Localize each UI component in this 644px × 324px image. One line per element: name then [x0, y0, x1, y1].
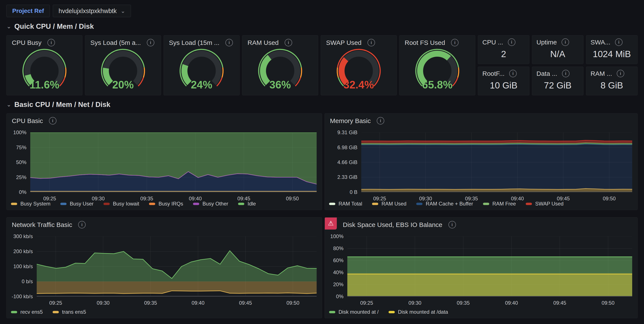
legend-item[interactable]: trans ens5: [52, 309, 86, 315]
gauge-value: 11.6%: [30, 79, 59, 91]
panel-title[interactable]: Uptime: [536, 39, 557, 46]
info-icon[interactable]: i: [508, 38, 516, 46]
info-icon[interactable]: i: [48, 39, 55, 46]
legend-label: Idle: [248, 201, 256, 207]
gauge-panel: CPU Busyi11.6%: [6, 35, 82, 95]
info-icon[interactable]: i: [377, 117, 384, 124]
panel-title[interactable]: CPU Basic: [12, 117, 43, 124]
y-axis-tick-label: 2.33 GiB: [325, 174, 358, 180]
legend-label: RAM Cache + Buffer: [426, 201, 473, 207]
chevron-down-icon: ⌄: [121, 9, 125, 13]
panel-title[interactable]: Root FS Used: [405, 39, 445, 46]
legend-item[interactable]: Busy User: [60, 201, 94, 207]
section-quick-cpu-mem-disk[interactable]: ⌄ Quick CPU / Mem / Disk: [6, 22, 94, 30]
gauge: 65.8%: [408, 46, 466, 91]
info-icon[interactable]: i: [562, 70, 570, 77]
info-icon[interactable]: i: [615, 38, 622, 46]
panel-title[interactable]: RootF...: [482, 70, 504, 77]
panel-header: Disk Space Used, EBS IO Balancei: [343, 221, 633, 228]
panel-header: Sys Load (15m ...i: [169, 39, 235, 46]
panel-title[interactable]: CPU ...: [482, 39, 503, 46]
legend-item[interactable]: RAM Total: [329, 201, 362, 207]
section-title: Basic CPU / Mem / Net / Disk: [14, 100, 110, 109]
stat-value: 2: [478, 46, 529, 62]
legend-swatch: [416, 203, 422, 205]
info-icon[interactable]: i: [226, 39, 233, 46]
series-fill-disk-data: [347, 274, 632, 296]
info-icon[interactable]: i: [562, 38, 569, 46]
panel-header: CPU ...i: [482, 38, 526, 46]
panel-header: Uptimei: [536, 38, 580, 46]
info-icon[interactable]: i: [285, 39, 292, 46]
info-icon[interactable]: i: [451, 39, 458, 46]
legend-swatch: [193, 203, 199, 205]
panel-title[interactable]: Data ...: [536, 70, 557, 77]
legend-item[interactable]: Idle: [238, 201, 256, 207]
legend-swatch: [52, 311, 59, 313]
y-axis-tick-label: 60%: [325, 258, 344, 264]
legend-item[interactable]: RAM Used: [372, 201, 406, 207]
panel-title[interactable]: Disk Space Used, EBS IO Balance: [343, 221, 442, 228]
legend-swatch: [388, 311, 395, 313]
warning-icon: ⚠: [328, 220, 334, 226]
plot-area: [37, 236, 317, 296]
y-axis-tick-label: 100 kb/s: [7, 264, 33, 270]
legend-item[interactable]: Busy Other: [193, 201, 228, 207]
panel-title[interactable]: Sys Load (15m ...: [169, 39, 220, 46]
gauge-panel: SWAP Usedi32.4%: [321, 35, 397, 95]
plot-area: [361, 132, 632, 192]
panel-title[interactable]: RAM ...: [590, 70, 612, 77]
legend-item[interactable]: Busy System: [11, 201, 50, 207]
panel-title[interactable]: Memory Basic: [330, 117, 371, 124]
y-axis-tick-label: 75%: [7, 144, 26, 150]
panel-header: Sys Load (5m a...i: [90, 39, 156, 46]
legend-item[interactable]: recv ens5: [11, 309, 43, 315]
y-axis-tick-label: 20%: [325, 282, 344, 288]
x-axis-tick-label: 09:35: [144, 300, 157, 306]
panel-header: Memory Basici: [330, 117, 633, 124]
legend-swatch: [372, 203, 378, 205]
legend-item[interactable]: Disk mounted at /data: [388, 309, 448, 315]
panel-title[interactable]: Network Traffic Basic: [12, 221, 72, 228]
info-icon[interactable]: i: [448, 221, 456, 228]
legend-label: Busy Other: [202, 201, 228, 207]
legend-item[interactable]: Disk mounted at /: [329, 309, 379, 315]
legend-swatch: [329, 203, 335, 205]
topbar: Project Ref hvdelujxlxstpxkhwbtk ⌄: [6, 5, 131, 17]
x-axis-tick-label: 09:35: [457, 300, 470, 306]
y-axis-tick-label: 50%: [7, 159, 26, 165]
panel-title[interactable]: SWAP Used: [326, 39, 362, 46]
panel-title[interactable]: CPU Busy: [12, 39, 42, 46]
info-icon[interactable]: i: [147, 39, 154, 46]
series-fill-ram-cache-buffer: [361, 144, 632, 190]
gauge-threshold-ring: [222, 68, 223, 78]
project-ref-value: hvdelujxlxstpxkhwbtk: [58, 8, 117, 14]
project-ref-select[interactable]: hvdelujxlxstpxkhwbtk ⌄: [53, 5, 131, 17]
chart-legend: Disk mounted at /Disk mounted at /data: [329, 309, 448, 315]
info-icon[interactable]: i: [78, 221, 86, 228]
panel-title[interactable]: SWA...: [590, 39, 610, 46]
y-axis-tick-label: 300 kb/s: [7, 234, 33, 240]
panel-title[interactable]: Sys Load (5m a...: [90, 39, 141, 46]
x-axis-tick-label: 09:50: [602, 300, 614, 306]
panel-title[interactable]: RAM Used: [248, 39, 279, 46]
gauge-value: 32.4%: [344, 79, 374, 91]
legend-item[interactable]: Busy Iowait: [104, 201, 139, 207]
gauge-threshold-ring: [65, 68, 66, 78]
panel-header: SWA...i: [590, 38, 634, 46]
info-icon[interactable]: i: [509, 70, 517, 77]
panel-header: Root FS Usedi: [405, 39, 471, 46]
legend-item[interactable]: Busy IRQs: [149, 201, 183, 207]
legend-item[interactable]: RAM Free: [483, 201, 516, 207]
legend-item[interactable]: SWAP Used: [526, 201, 564, 207]
info-icon[interactable]: i: [49, 117, 56, 124]
info-icon[interactable]: i: [368, 39, 375, 46]
panel-warning-badge[interactable]: ⚠: [325, 218, 337, 230]
legend-item[interactable]: RAM Cache + Buffer: [416, 201, 473, 207]
section-basic-cpu-mem-net-disk[interactable]: ⌄ Basic CPU / Mem / Net / Disk: [6, 100, 110, 109]
legend-label: RAM Used: [382, 201, 406, 207]
gauge: 36%: [251, 46, 309, 91]
x-axis-tick-label: 09:50: [286, 196, 299, 202]
y-axis-tick-label: 0%: [7, 189, 26, 195]
info-icon[interactable]: i: [617, 70, 624, 77]
